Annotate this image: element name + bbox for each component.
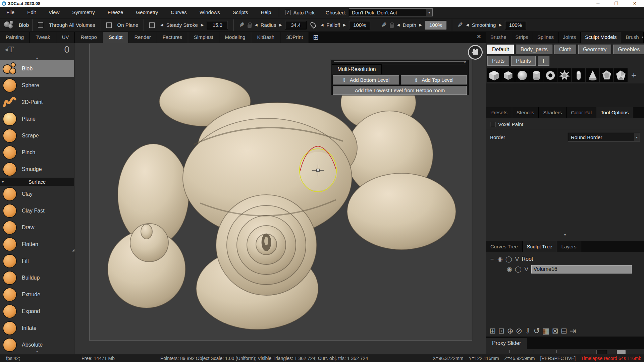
add-room-icon[interactable]: ⊞ [309, 32, 323, 43]
merge-icon[interactable]: ⊘ [516, 327, 522, 335]
category-default[interactable]: Default [487, 45, 514, 54]
tab-sculpt-models[interactable]: Sculpt Models [581, 32, 621, 43]
menu-edit[interactable]: Edit [21, 7, 42, 18]
tool-item-clay[interactable]: Clay [0, 186, 74, 202]
cylinder-icon[interactable] [529, 68, 543, 82]
tab-color-pal[interactable]: Color Pal [567, 107, 596, 118]
on-plane-checkbox[interactable] [106, 22, 112, 28]
minimize-button[interactable]: ─ [596, 1, 599, 6]
pencil-icon[interactable]: ✎ [458, 21, 463, 29]
tool-item-sphere[interactable]: Sphere [0, 77, 74, 94]
visibility-eye-icon[interactable]: ◉ [497, 256, 503, 262]
sphere-icon[interactable] [515, 68, 529, 82]
add-volume-icon[interactable]: ⊞ [489, 327, 496, 335]
menu-freeze[interactable]: Freeze [101, 7, 130, 18]
tab-modeling[interactable]: Modeling [219, 32, 252, 43]
tab-joints[interactable]: Joints [558, 32, 581, 43]
pencil-icon[interactable]: ✎ [381, 21, 387, 29]
voxel-paint-checkbox[interactable] [490, 122, 495, 127]
tab-brushes[interactable]: Brushe [486, 32, 511, 43]
menu-geometry[interactable]: Geometry [129, 7, 164, 18]
maximize-button[interactable]: ❐ [614, 1, 618, 6]
tool-item-flatten[interactable]: Flatten [0, 236, 74, 253]
voxel-mode-badge[interactable]: V [524, 265, 529, 273]
steady-stroke-checkbox[interactable] [149, 22, 155, 28]
capsule-icon[interactable] [572, 68, 585, 82]
increase-icon[interactable]: ▶ [201, 23, 204, 27]
increase-icon[interactable]: ▶ [279, 23, 282, 27]
tool-item-plane[interactable]: Plane [0, 111, 74, 127]
torus-icon[interactable] [543, 68, 557, 82]
export-icon[interactable]: ⇥ [570, 327, 576, 335]
duplicate-icon[interactable]: ⊡ [498, 327, 504, 335]
spiky-ball-icon[interactable] [557, 68, 571, 82]
lock-icon[interactable] [390, 24, 394, 28]
visibility-eye-icon[interactable]: ◉ [507, 266, 512, 272]
decrease-icon[interactable]: ◀ [160, 23, 163, 27]
tool-item-fill[interactable]: Fill [0, 253, 74, 269]
rotate-icon[interactable]: ↺ [533, 327, 540, 335]
panel-drag-handle[interactable]: ✕ [334, 61, 466, 64]
tab-shaders[interactable]: Shaders [539, 107, 567, 118]
menu-help[interactable]: Help [255, 7, 278, 18]
tab-curves-tree[interactable]: Curves Tree [486, 241, 523, 252]
auto-pick-checkbox[interactable]: ✓ [285, 10, 290, 15]
add-top-level-button[interactable]: ⇧ Add Top Level [401, 75, 467, 84]
tab-brush-overflow[interactable]: Brush [621, 32, 643, 43]
close-button[interactable]: ✕ [633, 1, 637, 6]
panel-collapse-icon[interactable]: ▾ [486, 233, 644, 237]
chevron-down-icon[interactable]: ▾ [426, 9, 432, 16]
falloff-value[interactable]: 100% [349, 21, 370, 29]
section-surface[interactable]: ▾ Surface [0, 178, 74, 186]
tool-item-expand[interactable]: Expand [0, 303, 74, 320]
ghosted-dropdown[interactable]: Don't Pick, Don't Act ▾ [349, 8, 433, 16]
add-category-button[interactable]: + [538, 56, 549, 66]
tab-uv[interactable]: UV [56, 32, 75, 43]
ghost-circle-icon[interactable]: ◯ [505, 256, 512, 262]
category-geometry[interactable]: Geometry [578, 45, 611, 54]
tab-strips[interactable]: Strips [511, 32, 533, 43]
tab-factures[interactable]: Factures [157, 32, 188, 43]
increase-icon[interactable]: ▶ [419, 23, 422, 27]
tab-splines[interactable]: Splines [533, 32, 558, 43]
tool-item-extrude[interactable]: Extrude [0, 286, 74, 303]
tool-item-smudge[interactable]: Smudge [0, 161, 74, 178]
ghost-circle-icon[interactable]: ◯ [515, 266, 522, 272]
decrease-icon[interactable]: ◀ [397, 23, 399, 27]
tab-presets[interactable]: Presets [486, 107, 512, 118]
collapse-icon[interactable]: − [489, 256, 495, 263]
tab-stencils[interactable]: Stencils [512, 107, 539, 118]
cube-rounded-icon[interactable] [501, 68, 515, 82]
menu-curves[interactable]: Curves [164, 7, 193, 18]
auto-pick-toggle[interactable]: ✓ Auto Pick [280, 10, 319, 15]
menu-view[interactable]: View [42, 7, 66, 18]
chevron-down-icon[interactable]: ▾ [2, 180, 4, 184]
menu-scripts[interactable]: Scripts [226, 7, 255, 18]
depth-value[interactable]: 100% [425, 21, 446, 29]
tab-sculpt[interactable]: Sculpt [103, 32, 129, 43]
panel-resize-grip[interactable]: ◢ [72, 248, 74, 252]
menu-symmetry[interactable]: Symmetry [66, 7, 101, 18]
falloff-curve-icon[interactable] [309, 21, 317, 29]
category-greebles[interactable]: Greebles [613, 45, 644, 54]
decrease-icon[interactable]: ◀ [321, 23, 323, 27]
cube-icon[interactable] [487, 68, 501, 82]
tool-item-clay-fast[interactable]: Clay Fast [0, 202, 74, 219]
category-cloth[interactable]: Cloth [554, 45, 576, 54]
cone-icon[interactable] [586, 68, 599, 82]
border-dropdown[interactable]: Round Border ▾ [568, 133, 640, 141]
camera-icon[interactable] [468, 45, 483, 60]
decrease-icon[interactable]: ◀ [255, 23, 257, 27]
tab-proxy-slider[interactable]: Proxy Slider [486, 338, 527, 349]
voxel-paint-toggle[interactable]: Voxel Paint [486, 118, 644, 130]
radius-value[interactable]: 34.4 [285, 21, 307, 29]
tab-render[interactable]: Render [129, 32, 157, 43]
category-body-parts[interactable]: Body_parts [516, 45, 552, 54]
delete-file-icon[interactable]: ⊠ [552, 327, 558, 335]
tool-item-buildup[interactable]: Buildup [0, 269, 74, 286]
tab-tool-options[interactable]: Tool Options [596, 107, 633, 118]
on-plane-toggle[interactable]: On Plane [104, 22, 141, 28]
pencil-icon[interactable]: ✎ [239, 21, 245, 29]
close-icon[interactable]: ✕ [464, 60, 467, 64]
lock-icon[interactable] [248, 24, 252, 28]
